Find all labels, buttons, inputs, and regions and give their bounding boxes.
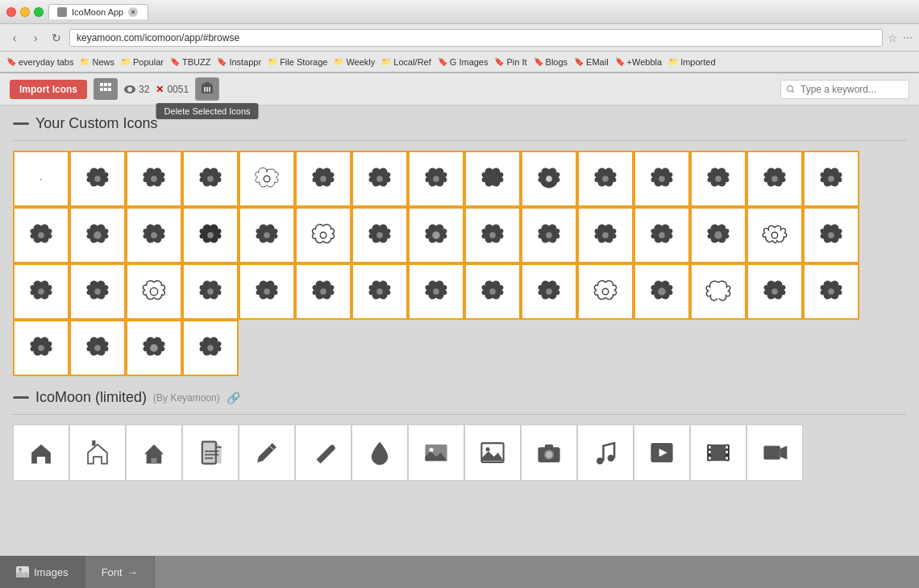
icon-cell[interactable] (690, 263, 746, 320)
bookmark-localref[interactable]: 📁Local/Ref (381, 57, 430, 67)
ico-cell-pencil[interactable] (239, 424, 295, 481)
icon-cell[interactable] (577, 151, 634, 207)
icon-cell[interactable] (69, 207, 126, 263)
import-icons-button[interactable]: Import Icons (10, 80, 87, 99)
ico-cell-camera[interactable] (521, 424, 577, 481)
bookmark-webbla[interactable]: 🔖+Webbla (615, 57, 663, 67)
ico-cell-image[interactable] (408, 424, 464, 481)
minimize-window-button[interactable] (20, 7, 30, 17)
svg-marker-88 (780, 446, 788, 460)
icon-cell[interactable] (521, 263, 577, 320)
icon-cell[interactable] (69, 263, 126, 320)
ico-cell-home3[interactable] (126, 424, 182, 481)
icon-cell[interactable] (634, 263, 690, 320)
icomoon-link-icon[interactable]: 🔗 (227, 391, 240, 404)
icon-cell[interactable] (13, 320, 69, 376)
bookmark-email[interactable]: 🔖EMail (574, 57, 609, 67)
bookmark-pinit[interactable]: 🔖Pin It (494, 57, 526, 67)
ico-cell-pencil2[interactable] (295, 424, 351, 481)
icomoon-separator (13, 414, 906, 415)
custom-icons-title: Your Custom Icons (35, 115, 157, 132)
icon-cell[interactable] (13, 263, 69, 320)
icon-cell[interactable] (13, 207, 69, 263)
bookmark-blogs[interactable]: 🔖Blogs (534, 57, 568, 67)
svg-point-37 (546, 232, 552, 238)
icon-cell[interactable] (577, 263, 634, 320)
reload-button[interactable]: ↻ (48, 30, 64, 46)
bookmark-news[interactable]: 📁News (80, 57, 114, 67)
delete-selected-button[interactable] (195, 77, 219, 101)
icon-cell[interactable] (69, 320, 126, 376)
bookmark-popular[interactable]: 📁Popular (121, 57, 164, 67)
icon-cell[interactable] (803, 207, 859, 263)
forward-button[interactable]: › (27, 30, 44, 46)
icon-cell[interactable] (295, 207, 351, 263)
back-button[interactable]: ‹ (6, 30, 23, 46)
bookmark-imported[interactable]: 📁Imported (668, 57, 715, 67)
ico-cell-play[interactable] (634, 424, 690, 481)
bookmark-instappr[interactable]: 🔖Instappr (217, 57, 261, 67)
icon-cell[interactable] (182, 151, 239, 207)
images-button[interactable]: Images (0, 556, 85, 588)
icon-cell[interactable] (464, 151, 521, 207)
bookmark-filestorage[interactable]: 📁File Storage (268, 57, 327, 67)
icon-bar-button[interactable] (94, 78, 118, 100)
icon-cell[interactable] (182, 263, 239, 320)
icon-cell[interactable] (13, 151, 69, 207)
icon-cell[interactable] (690, 207, 746, 263)
ico-cell-video[interactable] (746, 424, 803, 481)
icon-cell[interactable] (182, 207, 239, 263)
font-button[interactable]: Font → (85, 556, 155, 588)
icon-cell[interactable] (182, 320, 239, 376)
ico-cell-music[interactable] (577, 424, 634, 481)
icon-cell[interactable] (577, 207, 634, 263)
icon-cell[interactable] (239, 207, 295, 263)
ico-cell-home2[interactable] (69, 424, 126, 481)
icon-cell[interactable] (351, 207, 408, 263)
icon-cell[interactable] (351, 263, 408, 320)
icon-cell[interactable] (126, 263, 182, 320)
ico-cell-droplet[interactable] (351, 424, 408, 481)
icon-cell[interactable] (746, 263, 803, 320)
icon-cell[interactable] (126, 320, 182, 376)
bookmark-gimages[interactable]: 🔖G Images (438, 57, 489, 67)
ico-cell-image2[interactable] (464, 424, 521, 481)
search-input[interactable] (780, 80, 909, 99)
bookmark-weekly[interactable]: 📁Weekly (334, 57, 375, 67)
bookmark-everyday-tabs[interactable]: 🔖everyday tabs (6, 57, 73, 67)
icon-cell[interactable] (746, 207, 803, 263)
icon-cell[interactable] (634, 207, 690, 263)
icon-cell[interactable] (295, 151, 351, 207)
bookmark-tbuzz[interactable]: 🔖TBUZZ (170, 57, 210, 67)
icon-cell[interactable] (126, 151, 182, 207)
ico-cell-document[interactable] (182, 424, 239, 481)
icon-cell[interactable] (69, 151, 126, 207)
icon-cell[interactable] (351, 151, 408, 207)
icon-cell[interactable] (746, 151, 803, 207)
icon-cell[interactable] (521, 207, 577, 263)
tab-close-button[interactable]: × (128, 7, 138, 17)
icon-cell[interactable] (408, 263, 464, 320)
svg-point-67 (430, 448, 434, 452)
active-tab[interactable]: IcoMoon App × (48, 4, 148, 19)
url-input[interactable]: keyamoon.com/icomoon/app/#browse (69, 29, 883, 47)
icon-cell[interactable] (521, 151, 577, 207)
icon-cell[interactable] (634, 151, 690, 207)
icon-cell[interactable] (408, 207, 464, 263)
icon-cell[interactable] (239, 151, 295, 207)
icon-cell[interactable] (464, 207, 521, 263)
icon-cell[interactable] (803, 263, 859, 320)
icon-cell[interactable] (126, 207, 182, 263)
icon-cell[interactable] (803, 151, 859, 207)
ico-cell-film[interactable] (690, 424, 746, 481)
icon-cell[interactable] (295, 263, 351, 320)
bookmark-star-icon[interactable]: ☆ (888, 31, 898, 44)
icon-cell[interactable] (239, 263, 295, 320)
ico-cell-home[interactable] (13, 424, 69, 481)
close-window-button[interactable] (6, 7, 16, 17)
icon-cell[interactable] (690, 151, 746, 207)
maximize-window-button[interactable] (34, 7, 44, 17)
tab-title: IcoMoon App (72, 7, 123, 17)
icon-cell[interactable] (464, 263, 521, 320)
icon-cell[interactable] (408, 151, 464, 207)
